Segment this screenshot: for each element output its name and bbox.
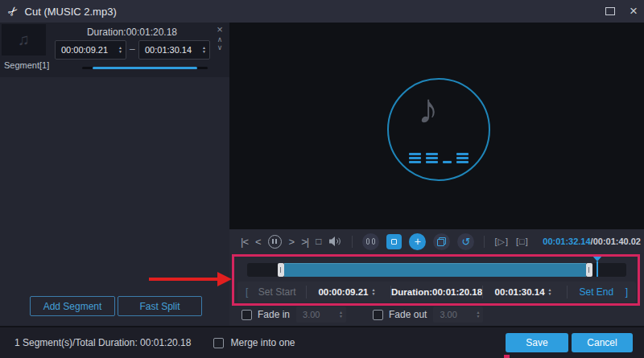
save-button[interactable]: Save bbox=[506, 333, 568, 352]
window-title: Cut (MUSIC 2.mp3) bbox=[25, 6, 117, 18]
trim-start-time-input[interactable]: 00:00:09.21 ▲ ▼ bbox=[307, 287, 390, 297]
trim-end-handle[interactable] bbox=[586, 263, 592, 277]
skip-to-start-button[interactable]: |< bbox=[241, 236, 248, 248]
spinner-down-icon[interactable]: ▼ bbox=[371, 292, 375, 296]
titlebar: ✂ Cut (MUSIC 2.mp3) × bbox=[0, 0, 644, 23]
spinner-down-icon[interactable]: ▼ bbox=[118, 50, 122, 54]
trim-controls-row: [ Set Start 00:00:09.21 ▲ ▼ Duration:00:… bbox=[237, 282, 636, 302]
annotation-arrow-head bbox=[217, 272, 232, 286]
set-end-button[interactable]: Set End bbox=[568, 286, 625, 298]
divider bbox=[352, 236, 353, 248]
current-time: 00:01:32.14 bbox=[543, 237, 590, 246]
fade-in-duration-value: 3.00 bbox=[296, 310, 336, 319]
music-note-thumb-icon: ♫ bbox=[18, 31, 30, 49]
cancel-button[interactable]: Cancel bbox=[572, 333, 633, 352]
add-segment-circle-button[interactable]: + bbox=[409, 233, 426, 250]
set-start-button[interactable]: Set Start bbox=[248, 286, 306, 298]
move-segment-down-icon[interactable]: ∨ bbox=[217, 43, 223, 51]
reset-button[interactable]: ↺ bbox=[457, 233, 474, 250]
segment-range-bar bbox=[82, 67, 208, 69]
trim-end-time-value: 00:01:30.14 bbox=[495, 287, 545, 297]
spinner-down-icon[interactable]: ▼ bbox=[476, 315, 480, 319]
segment-frame-icon bbox=[391, 239, 397, 245]
current-segment-button[interactable] bbox=[386, 234, 402, 249]
maximize-icon bbox=[605, 7, 615, 15]
segment-end-time-value: 00:01:30.14 bbox=[139, 45, 199, 55]
copy-icon bbox=[437, 237, 446, 246]
spinner-down-icon[interactable]: ▼ bbox=[548, 292, 552, 296]
audio-placeholder-circle: ♪ bbox=[387, 78, 490, 181]
delete-segment-icon[interactable]: × bbox=[217, 24, 223, 35]
fade-out-duration-value: 3.00 bbox=[433, 310, 473, 319]
annotation-stray-mark bbox=[504, 355, 510, 358]
trim-end-time-input[interactable]: 00:01:30.14 ▲ ▼ bbox=[483, 287, 567, 297]
fast-split-button[interactable]: Fast Split bbox=[118, 296, 202, 316]
move-segment-up-icon[interactable]: ∧ bbox=[217, 35, 223, 43]
reset-icon: ↺ bbox=[461, 237, 470, 247]
player-panel: ♪ |< < > >| □ bbox=[229, 23, 644, 326]
volume-icon[interactable] bbox=[328, 236, 342, 247]
timeline-track[interactable] bbox=[247, 263, 626, 277]
spinner-down-icon[interactable]: ▼ bbox=[339, 315, 343, 319]
end-bracket-label: ] bbox=[625, 286, 628, 298]
maximize-button[interactable] bbox=[602, 3, 618, 19]
time-range-dash: – bbox=[130, 43, 135, 55]
add-segment-button[interactable]: Add Segment bbox=[30, 296, 115, 316]
segment-start-time-input[interactable]: 00:00:09.21 ▲ ▼ bbox=[55, 40, 126, 60]
segment-name-label: Segment[1] bbox=[4, 60, 49, 70]
close-button[interactable]: × bbox=[630, 3, 638, 19]
transport-bar: |< < > >| □ + ↺ [▷] [□] 00:01:32.14/00:0… bbox=[229, 229, 644, 253]
split-segment-button[interactable] bbox=[362, 233, 379, 250]
trim-start-time-value: 00:00:09.21 bbox=[318, 287, 368, 297]
segment-summary-label: 1 Segment(s)/Total Duration: 00:01:20.18 bbox=[14, 337, 191, 348]
fade-in-checkbox[interactable] bbox=[242, 310, 252, 320]
preview-viewport: ♪ bbox=[229, 23, 644, 229]
equalizer-bars bbox=[389, 153, 489, 163]
trim-start-spinner[interactable]: ▲ ▼ bbox=[368, 288, 378, 296]
play-segment-button[interactable]: [▷] bbox=[494, 237, 509, 247]
window-controls: × bbox=[602, 0, 638, 23]
cut-dialog-window: ✂ Cut (MUSIC 2.mp3) × ♫ Duration:00:01:2… bbox=[0, 0, 644, 358]
trim-end-spinner[interactable]: ▲ ▼ bbox=[545, 288, 555, 296]
fade-in-label: Fade in bbox=[258, 309, 290, 320]
annotation-arrow bbox=[149, 278, 220, 281]
segment-card[interactable]: ♫ Duration:00:01:20.18 00:00:09.21 ▲ ▼ –… bbox=[0, 23, 229, 77]
pause-button[interactable] bbox=[268, 235, 282, 249]
skip-to-end-button[interactable]: >| bbox=[301, 236, 308, 248]
playhead-marker[interactable] bbox=[592, 256, 602, 261]
timeline-selection[interactable] bbox=[284, 263, 586, 277]
segment-range-fill bbox=[93, 67, 197, 69]
segment-thumbnail: ♫ bbox=[2, 24, 46, 56]
fade-out-label: Fade out bbox=[389, 309, 427, 320]
segment-start-time-value: 00:00:09.21 bbox=[56, 45, 115, 55]
spinner-down-icon[interactable]: ▼ bbox=[202, 50, 206, 54]
fade-out-checkbox[interactable] bbox=[373, 310, 383, 320]
playback-time: 00:01:32.14/00:01:40.02 bbox=[543, 237, 644, 246]
fade-out-duration-input[interactable]: 3.00 ▲ ▼ bbox=[433, 307, 483, 323]
merge-into-one-label: Merge into one bbox=[230, 337, 295, 348]
copy-segment-button[interactable] bbox=[433, 233, 450, 250]
total-time: /00:01:40.02 bbox=[591, 237, 641, 246]
step-back-button[interactable]: < bbox=[255, 236, 261, 248]
trim-start-handle[interactable] bbox=[278, 263, 284, 277]
stop-button[interactable]: □ bbox=[316, 236, 321, 247]
footer-bar: 1 Segment(s)/Total Duration: 00:01:20.18… bbox=[0, 326, 644, 358]
segment-start-spinner[interactable]: ▲ ▼ bbox=[115, 46, 126, 54]
step-forward-button[interactable]: > bbox=[289, 236, 295, 248]
divider bbox=[484, 236, 485, 248]
fade-in-spinner[interactable]: ▲ ▼ bbox=[336, 311, 346, 319]
segment-end-time-input[interactable]: 00:01:30.14 ▲ ▼ bbox=[138, 40, 210, 60]
music-note-icon: ♪ bbox=[418, 84, 439, 133]
fade-in-duration-input[interactable]: 3.00 ▲ ▼ bbox=[296, 307, 346, 323]
segment-duration-label: Duration:00:01:20.18 bbox=[55, 27, 209, 38]
segment-end-spinner[interactable]: ▲ ▼ bbox=[199, 46, 209, 54]
fade-out-spinner[interactable]: ▲ ▼ bbox=[473, 311, 483, 319]
segment-card-controls: × ∧ ∨ bbox=[213, 24, 226, 51]
trim-duration-label: Duration:00:01:20.18 bbox=[391, 287, 482, 297]
stop-segment-button[interactable]: [□] bbox=[516, 237, 529, 246]
merge-into-one-checkbox[interactable] bbox=[213, 338, 224, 348]
fade-options-row: Fade in 3.00 ▲ ▼ Fade out 3.00 ▲ ▼ bbox=[229, 306, 644, 323]
scissors-icon: ✂ bbox=[4, 2, 22, 20]
playhead-line[interactable] bbox=[597, 261, 598, 277]
